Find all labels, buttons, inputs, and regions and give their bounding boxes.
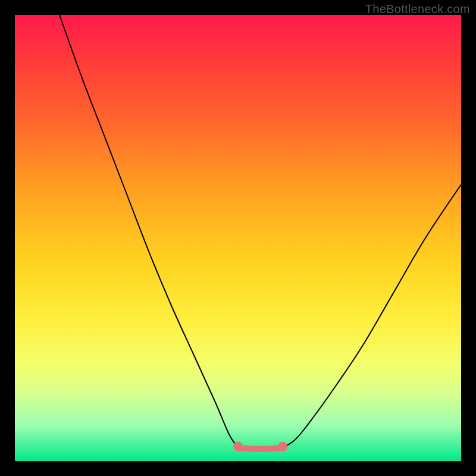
plot-area (15, 15, 461, 461)
right-curve (283, 184, 461, 448)
left-curve (60, 15, 238, 448)
chart-frame: TheBottleneck.com (0, 0, 476, 476)
watermark-text: TheBottleneck.com (365, 2, 470, 16)
flat-bottom-segment (238, 448, 283, 449)
curve-svg (15, 15, 461, 461)
flat-dot-left (233, 442, 243, 452)
flat-dot-right (278, 442, 287, 452)
